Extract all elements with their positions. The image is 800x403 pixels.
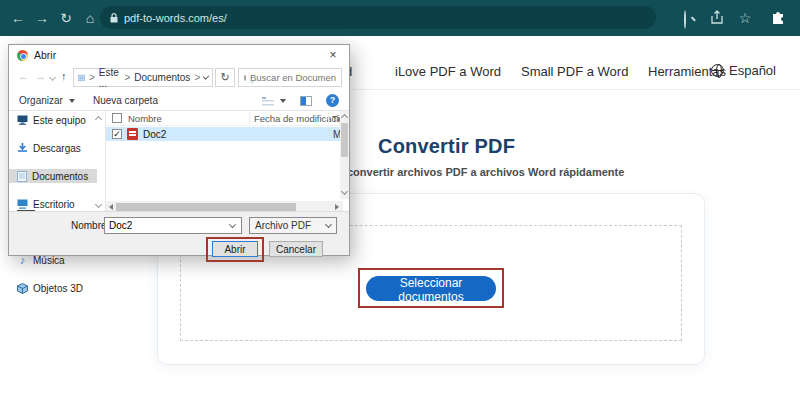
view-mode-caret-icon[interactable] — [280, 99, 286, 103]
share-icon[interactable] — [710, 10, 725, 25]
music-icon: ♪ — [17, 254, 28, 266]
desktop-icon — [17, 199, 28, 209]
dialog-body: Este equipo Descargas Documentos — [9, 111, 349, 213]
scroll-left-icon[interactable] — [109, 204, 113, 210]
file-list: Nombre Fecha de modificación Tip ✓ Doc2 … — [105, 111, 349, 213]
sidebar-item-objetos-3d[interactable]: Objetos 3D — [9, 281, 97, 295]
screen: d iLove PDF a Word Small PDF a Word Herr… — [0, 0, 800, 403]
sidebar-label: Documentos — [32, 171, 88, 182]
new-folder-button[interactable]: Nueva carpeta — [93, 95, 158, 106]
filename-combobox[interactable] — [104, 217, 242, 234]
dialog-toolbar: Organizar Nueva carpeta ? — [9, 91, 349, 111]
globe-icon — [711, 64, 724, 77]
filetype-dropdown[interactable]: Archivo PDF — [249, 217, 337, 234]
pdf-file-icon — [127, 128, 138, 140]
column-divider — [249, 112, 250, 124]
sidebar-label: Objetos 3D — [33, 283, 83, 294]
dialog-titlebar[interactable]: Abrir × — [9, 45, 349, 65]
download-icon — [17, 143, 28, 154]
file-row-doc2[interactable]: ✓ Doc2 Mi — [106, 127, 343, 141]
folder-icon — [78, 73, 85, 83]
language-selector[interactable]: Español — [711, 63, 776, 78]
vertical-scroll-thumb[interactable] — [341, 123, 348, 157]
select-documents-button[interactable]: Seleccionar documentos — [366, 276, 496, 301]
nav-item-small-pdf[interactable]: Small PDF a Word — [521, 64, 628, 79]
forward-icon[interactable]: → — [32, 0, 52, 36]
nav-back-icon[interactable]: ← — [18, 70, 29, 82]
breadcrumb[interactable]: > Este ... > Documentos > — [73, 68, 213, 87]
sidebar-label: Escritorio — [33, 199, 75, 210]
breadcrumb-separator: > — [194, 72, 200, 83]
nav-up-icon[interactable]: ↑ — [61, 70, 67, 82]
sidebar-item-escritorio[interactable]: Escritorio — [9, 197, 97, 211]
address-bar[interactable]: pdf-to-words.com/es/ — [100, 6, 656, 29]
sidebar-label: Descargas — [33, 143, 81, 154]
sidebar-item-musica[interactable]: ♪ Música — [9, 253, 97, 267]
language-label: Español — [729, 63, 776, 78]
dialog-refresh-icon: ↻ — [220, 71, 229, 84]
url-text: pdf-to-words.com/es/ — [124, 12, 227, 24]
back-icon[interactable]: ← — [8, 0, 28, 36]
organize-button[interactable]: Organizar — [19, 95, 63, 106]
search-box[interactable] — [238, 68, 342, 87]
column-divider — [328, 112, 329, 124]
dialog-sidebar: Este equipo Descargas Documentos — [9, 111, 105, 213]
open-button[interactable]: Abrir — [212, 241, 258, 257]
breadcrumb-separator: > — [124, 72, 130, 83]
file-list-header: Nombre Fecha de modificación Tip — [106, 111, 343, 126]
search-input[interactable] — [250, 72, 336, 83]
organize-caret-icon — [69, 99, 75, 103]
file-checkbox-checked[interactable]: ✓ — [112, 129, 122, 139]
sidebar-label: Música — [33, 255, 65, 266]
help-icon[interactable]: ? — [326, 94, 339, 107]
dialog-title: Abrir — [34, 49, 56, 61]
page-subtitle: convertir archivos PDF a archivos Word r… — [347, 166, 624, 178]
home-icon[interactable]: ⌂ — [80, 0, 100, 36]
scroll-down-icon[interactable] — [341, 188, 348, 195]
nav-forward-icon[interactable]: → — [35, 70, 46, 82]
computer-icon — [17, 115, 28, 125]
dialog-search-icon — [244, 74, 246, 80]
filetype-value: Archivo PDF — [255, 220, 311, 231]
lock-icon — [110, 13, 118, 23]
search-icon[interactable] — [684, 11, 686, 29]
refresh-button[interactable]: ↻ — [215, 68, 235, 87]
sidebar-item-este-equipo[interactable]: Este equipo — [9, 113, 97, 127]
sidebar-label: Este equipo — [33, 115, 86, 126]
breadcrumb-root[interactable]: Este ... — [99, 67, 121, 89]
nav-history-chevron-icon[interactable] — [49, 74, 56, 81]
browser-toolbar: ← → ↻ ⌂ pdf-to-words.com/es/ ☆ — [0, 0, 800, 36]
document-icon — [17, 171, 27, 182]
preview-pane-icon[interactable] — [300, 96, 312, 106]
filetype-dropdown-icon[interactable] — [325, 221, 332, 228]
breadcrumb-separator: > — [89, 72, 95, 83]
sidebar-item-descargas[interactable]: Descargas — [9, 141, 97, 155]
scroll-up-icon[interactable] — [341, 114, 348, 121]
site-header-divider — [352, 89, 800, 90]
vertical-scrollbar[interactable] — [340, 111, 349, 199]
breadcrumb-current[interactable]: Documentos — [134, 72, 190, 83]
column-header-name[interactable]: Nombre — [128, 113, 162, 124]
scroll-right-icon[interactable] — [335, 204, 339, 210]
nav-item-ilove-pdf[interactable]: iLove PDF a Word — [395, 64, 501, 79]
view-mode-icon[interactable] — [262, 96, 274, 106]
file-name: Doc2 — [143, 129, 166, 140]
open-file-dialog: Abrir × ← → ↑ > Este ... > Documentos > — [8, 44, 350, 256]
cancel-button[interactable]: Cancelar — [269, 241, 323, 257]
close-icon[interactable]: × — [325, 48, 341, 62]
page-title: Convertir PDF — [378, 135, 515, 158]
dialog-footer: Nombre: Archivo PDF Abrir Cancelar — [9, 211, 349, 255]
horizontal-scroll-thumb[interactable] — [116, 203, 296, 211]
refresh-icon[interactable]: ↻ — [56, 0, 76, 36]
sidebar-item-documentos[interactable]: Documentos — [9, 169, 97, 183]
bookmark-star-icon[interactable]: ☆ — [735, 0, 755, 36]
dialog-nav-row: ← → ↑ > Este ... > Documentos > ↻ — [9, 65, 349, 91]
extension-puzzle-icon[interactable] — [770, 10, 786, 26]
select-all-checkbox[interactable] — [112, 113, 122, 123]
chrome-logo-icon — [17, 50, 28, 61]
filename-dropdown-icon[interactable] — [229, 221, 236, 228]
3d-objects-icon — [17, 283, 28, 294]
filename-input[interactable] — [105, 220, 230, 231]
breadcrumb-dropdown-icon[interactable] — [203, 73, 209, 79]
